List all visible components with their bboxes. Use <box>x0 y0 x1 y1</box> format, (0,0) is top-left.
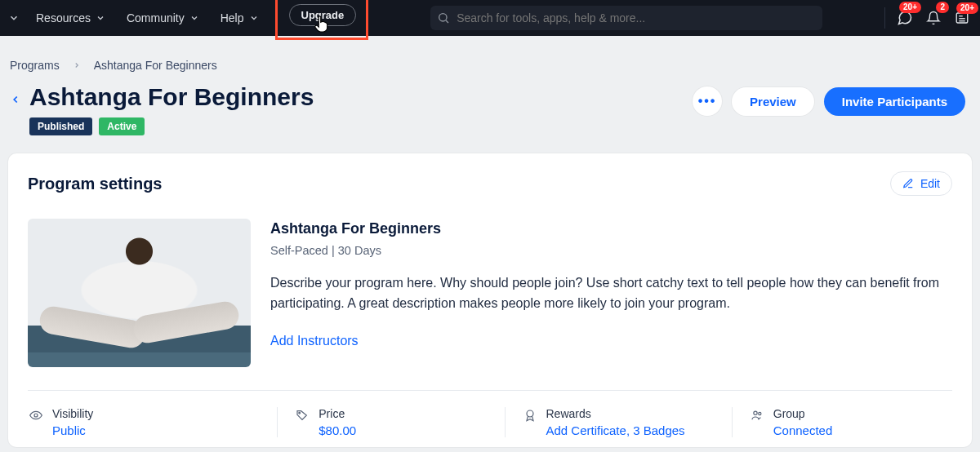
program-name: Ashtanga For Beginners <box>270 220 952 237</box>
card-title: Program settings <box>28 175 162 193</box>
meta-label: Rewards <box>546 407 685 420</box>
pencil-icon <box>902 178 914 189</box>
breadcrumb-current: Ashtanga For Beginners <box>94 59 217 72</box>
dots-icon: ••• <box>698 94 717 109</box>
card-header: Program settings Edit <box>28 171 952 196</box>
meta-value[interactable]: $80.00 <box>318 423 356 437</box>
status-active-badge: Active <box>99 117 145 135</box>
chat-badge: 20+ <box>899 2 921 13</box>
svg-point-9 <box>754 411 757 414</box>
meta-value[interactable]: Public <box>52 423 93 437</box>
search-icon <box>437 11 450 24</box>
notifications-badge: 2 <box>936 2 949 13</box>
meta-value[interactable]: Connected <box>773 423 833 437</box>
meta-group: Group Connected <box>732 407 952 437</box>
program-thumbnail <box>28 219 251 367</box>
chevron-down-icon <box>189 13 199 23</box>
search-wrap <box>373 6 880 30</box>
program-description: Describe your program here. Why should p… <box>270 273 948 314</box>
nav-label: Community <box>127 11 185 24</box>
program-details: Ashtanga For Beginners Self-Paced | 30 D… <box>270 219 952 367</box>
back-button[interactable] <box>10 91 21 108</box>
svg-point-0 <box>439 14 447 21</box>
search-input[interactable] <box>430 6 822 30</box>
upgrade-button[interactable]: Upgrade <box>289 4 357 26</box>
eye-icon <box>29 409 42 422</box>
chevron-left-icon <box>10 91 21 108</box>
title-actions: ••• Preview Invite Participants <box>693 86 965 116</box>
nav-label: Help <box>220 11 244 24</box>
status-badges: Published Active <box>26 117 693 135</box>
status-published-badge: Published <box>29 117 92 135</box>
more-actions-button[interactable]: ••• <box>693 86 722 116</box>
page-title: Ashtanga For Beginners <box>26 83 693 111</box>
preview-button[interactable]: Preview <box>732 87 814 116</box>
badge-icon <box>523 409 537 422</box>
top-bar: Resources Community Help Upgrade 20+ 2 <box>0 0 980 36</box>
svg-point-8 <box>527 410 533 417</box>
nav-label: Resources <box>36 11 91 24</box>
breadcrumb-root[interactable]: Programs <box>10 59 60 72</box>
edit-label: Edit <box>920 177 940 190</box>
chat-button[interactable]: 20+ <box>897 10 913 26</box>
top-right-icons: 20+ 2 20+ <box>884 7 970 29</box>
meta-label: Visibility <box>52 407 93 420</box>
chevron-down-icon <box>96 13 105 23</box>
news-button[interactable]: 20+ <box>954 11 970 25</box>
price-tag-icon <box>296 409 309 422</box>
svg-line-1 <box>446 20 448 23</box>
meta-price: Price $80.00 <box>277 407 497 437</box>
global-menu-chevron[interactable] <box>5 9 23 27</box>
meta-visibility: Visibility Public <box>28 407 270 437</box>
program-row: Ashtanga For Beginners Self-Paced | 30 D… <box>28 219 952 390</box>
program-subtitle: Self-Paced | 30 Days <box>270 244 952 257</box>
program-settings-card: Program settings Edit Ashtanga For Begin… <box>8 153 972 447</box>
chevron-down-icon <box>8 12 20 24</box>
svg-point-10 <box>758 412 760 414</box>
upgrade-highlight: Upgrade <box>275 0 369 40</box>
meta-rewards: Rewards Add Certificate, 3 Badges <box>505 407 725 437</box>
nav-help[interactable]: Help <box>212 7 267 29</box>
edit-button[interactable]: Edit <box>890 171 952 196</box>
svg-point-6 <box>34 414 38 417</box>
meta-row: Visibility Public Price $80.00 Rewards A… <box>28 390 952 447</box>
meta-label: Group <box>773 407 833 420</box>
meta-label: Price <box>318 407 356 420</box>
nav-resources[interactable]: Resources <box>28 7 114 29</box>
title-row: Ashtanga For Beginners Published Active … <box>0 78 980 148</box>
add-instructors-link[interactable]: Add Instructors <box>270 334 359 348</box>
meta-value[interactable]: Add Certificate, 3 Badges <box>546 423 685 437</box>
invite-button[interactable]: Invite Participants <box>824 87 965 116</box>
breadcrumb: Programs Ashtanga For Beginners <box>0 36 980 78</box>
group-icon <box>751 409 764 422</box>
chevron-down-icon <box>249 13 259 23</box>
title-block: Ashtanga For Beginners Published Active <box>26 83 693 135</box>
news-badge: 20+ <box>956 2 978 14</box>
svg-point-7 <box>299 412 301 414</box>
notifications-button[interactable]: 2 <box>926 10 941 26</box>
nav-community[interactable]: Community <box>118 7 207 29</box>
chevron-right-icon <box>73 61 81 69</box>
